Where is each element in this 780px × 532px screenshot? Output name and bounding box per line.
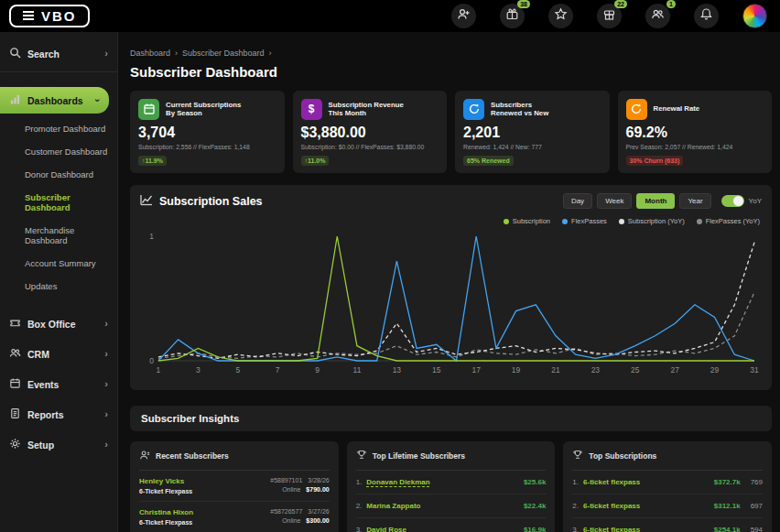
stat-card-current-subscriptions: Current SubscriptionsBy Season 3,704 Sub…: [130, 91, 285, 173]
chevron-right-icon: ›: [104, 49, 108, 59]
divider: [0, 71, 117, 72]
subscriber-name-link[interactable]: Christina Hixon: [139, 508, 193, 516]
subscriber-name-link[interactable]: Henley Vicks: [139, 477, 192, 485]
stat-breakdown: Subscription: $0.00 // FlexPasses: $3,88…: [301, 144, 439, 150]
lifetime-value: $16.9k: [524, 526, 546, 532]
order-payment: Online$790.00: [270, 486, 329, 493]
top-subscription-row: 3. 6-ticket flexpass $254.1k 594: [572, 518, 763, 532]
notifications-button[interactable]: [694, 4, 719, 28]
stat-card-subscription-revenue: $ Subscription RevenueThis Month $3,880.…: [293, 91, 448, 173]
sidebar-item-search[interactable]: Search ›: [0, 36, 117, 71]
top-subscriber-row: 2. Marina Zappato $22.4k: [356, 494, 547, 518]
sidebar-item-box-office[interactable]: Box Office ›: [0, 309, 117, 339]
calendar-icon: [9, 377, 21, 391]
sidebar-item-events[interactable]: Events ›: [0, 369, 117, 399]
subscription-name-link[interactable]: 6-ticket flexpass: [583, 526, 640, 532]
top-subscription-row: 2. 6-ticket flexpass $312.1k 697: [572, 494, 763, 518]
offers-button[interactable]: 22: [597, 4, 622, 28]
svg-text:0: 0: [149, 356, 154, 365]
stat-value: $3,880.00: [301, 125, 439, 141]
sidebar-item-subscriber-dashboard[interactable]: Subscriber Dashboard: [0, 186, 117, 219]
range-year-button[interactable]: Year: [679, 193, 710, 209]
chart-range-controls: Day Week Month Year YoY: [563, 193, 762, 209]
legend-subscription-yoy[interactable]: Subscription (YoY): [619, 217, 685, 225]
top-subscription-row: 1. 6-ticket flexpass $372.7k 769: [572, 471, 763, 494]
sidebar-item-setup[interactable]: Setup ›: [0, 429, 117, 460]
sidebar-item-label: CRM: [27, 349, 49, 360]
sidebar-item-reports[interactable]: Reports ›: [0, 399, 117, 429]
subscription-count: 594: [751, 526, 763, 532]
legend-flexpasses-yoy[interactable]: FlexPasses (YoY): [697, 217, 760, 225]
svg-text:5: 5: [235, 365, 240, 375]
stat-card-renewal-rate: Renewal Rate 69.2% Prev Season: 2,057 //…: [618, 91, 773, 173]
offers-icon: [602, 7, 616, 25]
sidebar-item-label: Reports: [27, 409, 64, 420]
svg-text:19: 19: [512, 365, 521, 375]
sidebar-item-customer-dashboard[interactable]: Customer Dashboard: [0, 140, 117, 163]
top-lifetime-subscribers-card: Top Lifetime Subscribers 1. Donavan Diek…: [347, 441, 556, 532]
legend-dot: [697, 219, 702, 224]
stat-badge: 30% Churn (633): [626, 156, 684, 166]
stat-badge: ↑11.0%: [301, 156, 330, 166]
stat-breakdown: Subscription: 2,556 // FlexPasses: 1,148: [138, 144, 276, 150]
gift-button[interactable]: 38: [500, 4, 525, 28]
order-meta: #588971013/28/26: [270, 477, 329, 483]
range-day-button[interactable]: Day: [563, 193, 592, 209]
svg-text:1: 1: [157, 365, 161, 375]
sidebar-item-merchandise-dashboard[interactable]: Merchandise Dashboard: [0, 219, 117, 252]
stat-value: 3,704: [138, 125, 276, 141]
subscription-name-link[interactable]: 6-ticket flexpass: [583, 502, 640, 510]
subscription-name-link[interactable]: 6-ticket flexpass: [583, 478, 640, 486]
svg-text:25: 25: [631, 365, 640, 375]
subscription-sales-chart: 13579111315171921232527293110: [140, 227, 762, 385]
breadcrumb: Dashboard › Subscriber Dashboard ›: [130, 49, 772, 58]
sidebar-item-account-summary[interactable]: Account Summary: [0, 252, 117, 275]
subscriber-name-link[interactable]: David Rose: [366, 526, 406, 532]
people-button[interactable]: 1: [645, 4, 670, 28]
star-button[interactable]: [548, 4, 573, 28]
breadcrumb-dashboard[interactable]: Dashboard: [130, 49, 170, 58]
calendar-icon: [138, 99, 159, 120]
person-add-button[interactable]: [451, 4, 476, 28]
stat-badge: ↑11.9%: [138, 156, 167, 166]
range-week-button[interactable]: Week: [597, 193, 632, 209]
sync-icon: [463, 99, 484, 120]
subscription-count: 769: [751, 478, 763, 486]
svg-text:23: 23: [591, 365, 601, 375]
gear-icon: [9, 438, 21, 451]
yoy-toggle-label: YoY: [749, 197, 762, 205]
subscriber-name-link[interactable]: Marina Zappato: [366, 502, 420, 510]
breadcrumb-subscriber-dashboard[interactable]: Subscriber Dashboard: [182, 49, 265, 58]
dollar-icon: $: [301, 99, 322, 120]
sidebar-item-donor-dashboard[interactable]: Donor Dashboard: [0, 163, 117, 186]
stat-title: Current SubscriptionsBy Season: [166, 101, 241, 118]
range-month-button[interactable]: Month: [636, 193, 675, 209]
sidebar-item-updates[interactable]: Updates: [0, 275, 117, 298]
dashboards-icon: [9, 93, 21, 107]
user-avatar[interactable]: [742, 4, 767, 28]
sidebar-item-promoter-dashboard[interactable]: Promoter Dashboard: [0, 117, 117, 140]
subscriber-name-link[interactable]: Donavan Diekman: [366, 478, 429, 486]
card-header: Recent Subscribers: [139, 441, 330, 471]
sidebar: Search › Dashboards › Promoter Dashboard…: [0, 32, 118, 532]
sidebar-item-crm[interactable]: CRM ›: [0, 339, 117, 369]
sync-icon: [626, 99, 647, 120]
legend-dot: [562, 219, 568, 224]
order-payment: Online$300.00: [270, 517, 329, 524]
svg-text:3: 3: [196, 365, 200, 375]
bell-icon: [699, 7, 713, 25]
svg-text:21: 21: [551, 365, 560, 375]
order-meta: #587265773/27/26: [270, 508, 329, 515]
legend-flexpasses[interactable]: FlexPasses: [562, 217, 607, 225]
legend-subscription[interactable]: Subscription: [504, 217, 550, 225]
subscription-sales-card: Subscription Sales Day Week Month Year Y…: [130, 185, 772, 390]
app-logo[interactable]: VBO: [9, 5, 90, 27]
yoy-toggle[interactable]: [721, 195, 744, 207]
dashboards-submenu: Promoter Dashboard Customer Dashboard Do…: [0, 114, 117, 305]
insights-cards-row: Recent Subscribers Henley Vicks 6-Ticket…: [130, 441, 772, 532]
person-add-icon: [457, 7, 471, 25]
sidebar-item-label: Setup: [27, 440, 54, 451]
subscription-revenue: $372.7k: [714, 478, 741, 486]
stat-title: SubscribersRenewed vs New: [491, 101, 548, 118]
sidebar-item-dashboards[interactable]: Dashboards ›: [0, 87, 109, 114]
